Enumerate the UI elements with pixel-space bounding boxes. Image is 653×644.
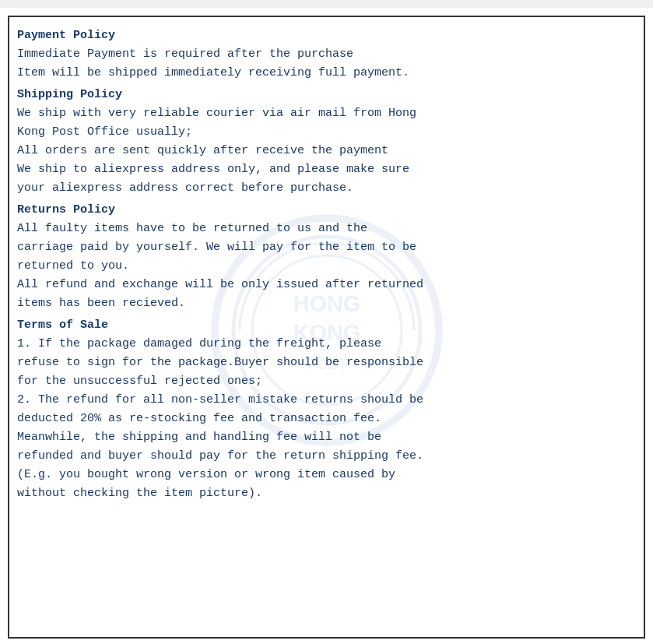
returns-policy-heading: Returns Policy bbox=[17, 201, 636, 220]
terms-of-sale-heading: Terms of Sale bbox=[17, 316, 636, 335]
terms-line-4: 2. The refund for all non-seller mistake… bbox=[17, 391, 636, 410]
returns-line-4: All refund and exchange will be only iss… bbox=[17, 276, 636, 294]
page-container: HONG KONG POST Payment Policy Immediate … bbox=[0, 8, 653, 644]
returns-line-3: returned to you. bbox=[17, 257, 636, 276]
terms-line-3: for the unsuccessful rejected ones; bbox=[17, 372, 636, 391]
shipping-line-1: We ship with very reliable courier via a… bbox=[17, 104, 636, 123]
shipping-policy-heading: Shipping Policy bbox=[17, 86, 636, 104]
payment-line-1: Immediate Payment is required after the … bbox=[17, 45, 636, 64]
terms-line-5: deducted 20% as re-stocking fee and tran… bbox=[17, 410, 636, 428]
payment-line-2: Item will be shipped immediately receivi… bbox=[17, 64, 636, 83]
shipping-line-4: We ship to aliexpress address only, and … bbox=[17, 160, 636, 179]
terms-line-8: (E.g. you bought wrong version or wrong … bbox=[17, 466, 636, 484]
terms-line-7: refunded and buyer should pay for the re… bbox=[17, 447, 636, 466]
terms-line-6: Meanwhile, the shipping and handling fee… bbox=[17, 428, 636, 447]
terms-line-1: 1. If the package damaged during the fre… bbox=[17, 335, 636, 354]
returns-line-1: All faulty items have to be returned to … bbox=[17, 220, 636, 238]
terms-line-9: without checking the item picture). bbox=[17, 484, 636, 503]
policy-content-box: Payment Policy Immediate Payment is requ… bbox=[8, 16, 645, 639]
shipping-line-2: Kong Post Office usually; bbox=[17, 123, 636, 142]
payment-policy-heading: Payment Policy bbox=[17, 26, 636, 45]
shipping-line-5: your aliexpress address correct before p… bbox=[17, 179, 636, 198]
returns-line-2: carriage paid by yourself. We will pay f… bbox=[17, 238, 636, 257]
shipping-line-3: All orders are sent quickly after receiv… bbox=[17, 142, 636, 160]
returns-line-5: items has been recieved. bbox=[17, 294, 636, 313]
terms-line-2: refuse to sign for the package.Buyer sho… bbox=[17, 354, 636, 372]
